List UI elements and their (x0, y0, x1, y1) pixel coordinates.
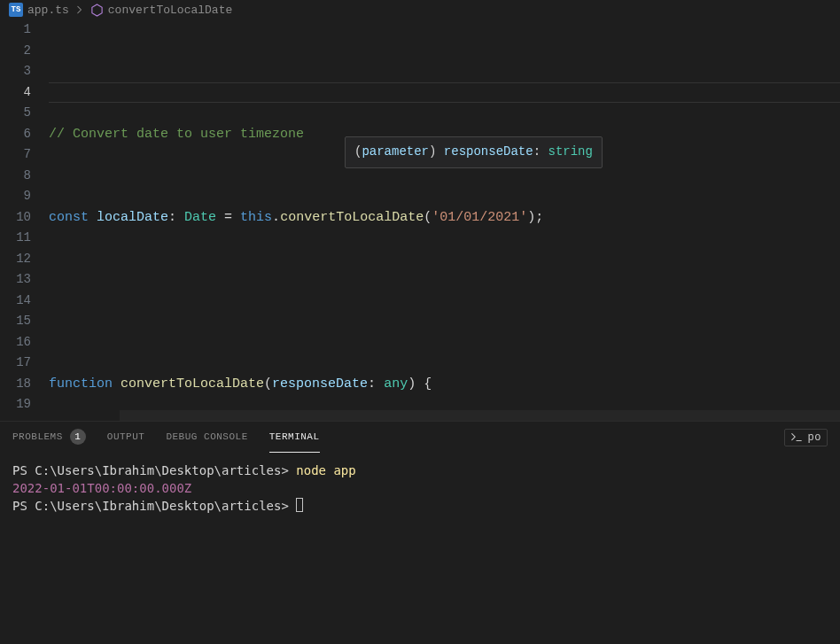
chevron-right-icon (74, 4, 85, 15)
keyword-this: this (240, 210, 272, 225)
line-number: 10 (0, 207, 31, 229)
terminal-output: 2022-01-01T00:00:00.000Z (12, 481, 191, 495)
terminal-cursor (296, 498, 303, 512)
tab-debug-console[interactable]: DEBUG CONSOLE (166, 422, 247, 453)
line-number-gutter: 1 2 3 4 5 6 7 8 9 10 11 12 13 14 15 16 1… (0, 19, 49, 421)
punct: . (272, 210, 280, 225)
breadcrumb-symbol[interactable]: convertToLocalDate (108, 4, 232, 17)
keyword-function: function (49, 376, 113, 392)
tab-output[interactable]: OUTPUT (107, 422, 145, 453)
panel-tabs: PROBLEMS 1 OUTPUT DEBUG CONSOLE TERMINAL… (0, 422, 840, 453)
tooltip-colon: : (533, 144, 548, 159)
string: '01/01/2021' (432, 210, 527, 225)
punct: : (368, 376, 384, 392)
punct: ( (264, 376, 272, 392)
type-Date: Date (184, 210, 216, 225)
tab-label: OUTPUT (107, 431, 145, 442)
fn-call: convertToLocalDate (280, 210, 424, 225)
code-content[interactable]: 💡 // Convert date to user timezone const… (49, 19, 840, 421)
punct: ); (527, 210, 543, 225)
active-line-highlight (49, 82, 840, 104)
vscode-root: TS app.ts convertToLocalDate 1 2 3 4 5 6… (0, 0, 840, 644)
line-number: 7 (0, 144, 31, 166)
punct: ( (424, 210, 432, 225)
shell-selector[interactable]: po (784, 429, 828, 446)
punct: = (216, 210, 240, 225)
fn-decl: convertToLocalDate (121, 376, 264, 392)
code-line[interactable] (49, 291, 840, 312)
bottom-panel: PROBLEMS 1 OUTPUT DEBUG CONSOLE TERMINAL… (0, 421, 840, 644)
code-editor[interactable]: 1 2 3 4 5 6 7 8 9 10 11 12 13 14 15 16 1… (0, 19, 840, 421)
line-number: 4 (0, 82, 31, 104)
line-number: 15 (0, 311, 31, 332)
tab-label: DEBUG CONSOLE (166, 431, 247, 442)
line-number: 17 (0, 353, 31, 374)
line-number: 8 (0, 166, 31, 187)
line-number: 18 (0, 374, 31, 395)
line-number: 12 (0, 249, 31, 270)
var-localDate: localDate (97, 210, 168, 225)
line-number: 13 (0, 269, 31, 291)
tab-label: PROBLEMS (12, 431, 63, 442)
tab-terminal[interactable]: TERMINAL (269, 422, 320, 453)
ts-file-icon: TS (9, 3, 23, 17)
keyword-const: const (49, 210, 89, 225)
hover-tooltip: (parameter) responseDate: string (345, 136, 603, 168)
line-number: 3 (0, 61, 31, 82)
terminal-command: node app (296, 463, 355, 477)
punct: : (168, 210, 184, 225)
line-number: 5 (0, 103, 31, 124)
tab-problems[interactable]: PROBLEMS 1 (12, 422, 86, 453)
line-number: 11 (0, 228, 31, 249)
terminal-prompt: PS C:\Users\Ibrahim\Desktop\articles> (12, 499, 296, 513)
tooltip-type: string (548, 144, 592, 159)
type-any: any (384, 376, 408, 392)
line-number: 1 (0, 19, 31, 41)
problems-badge: 1 (70, 429, 86, 445)
comment: // Convert date to user timezone (49, 127, 304, 142)
terminal-prompt: PS C:\Users\Ibrahim\Desktop\articles> (12, 463, 296, 477)
param: responseDate (272, 376, 368, 392)
tooltip-paren: ) (429, 144, 444, 159)
line-number: 9 (0, 186, 31, 207)
terminal-icon (790, 431, 803, 444)
shell-name: po (808, 431, 821, 444)
breadcrumb[interactable]: TS app.ts convertToLocalDate (0, 0, 840, 19)
punct: ) { (408, 376, 432, 392)
line-number: 19 (0, 394, 31, 415)
tooltip-name: responseDate (444, 144, 533, 159)
method-icon (90, 3, 105, 17)
tab-label: TERMINAL (269, 431, 320, 442)
tooltip-kw: parameter (362, 144, 429, 159)
terminal-line: PS C:\Users\Ibrahim\Desktop\articles> (12, 497, 828, 515)
line-number: 14 (0, 291, 31, 312)
terminal-line: PS C:\Users\Ibrahim\Desktop\articles> no… (12, 462, 828, 479)
breadcrumb-file[interactable]: app.ts (27, 4, 69, 17)
terminal[interactable]: PS C:\Users\Ibrahim\Desktop\articles> no… (0, 453, 840, 644)
code-line[interactable]: const localDate: Date = this.convertToLo… (49, 207, 840, 229)
terminal-line: 2022-01-01T00:00:00.000Z (12, 479, 828, 497)
line-number: 6 (0, 124, 31, 145)
code-line[interactable]: function convertToLocalDate(responseDate… (49, 374, 840, 395)
horizontal-scrollbar[interactable] (120, 410, 840, 421)
line-number: 16 (0, 332, 31, 353)
panel-actions: po (784, 429, 828, 446)
line-number: 2 (0, 41, 31, 62)
